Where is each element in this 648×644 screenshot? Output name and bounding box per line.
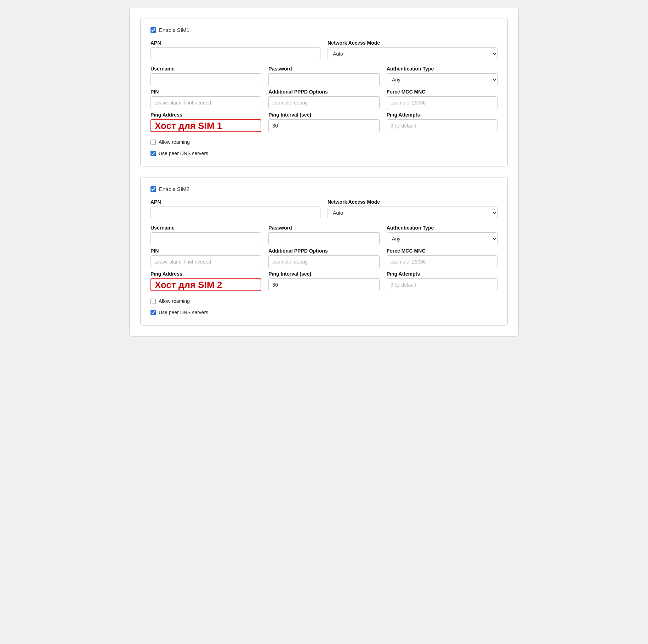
sim2-pppd-group: Additional PPPD Options (268, 248, 379, 268)
sim2-allow-roaming-row: Allow roaming (150, 298, 498, 304)
sim2-use-peer-dns-label: Use peer DNS servers (159, 310, 208, 315)
sim1-username-group: Username (150, 66, 261, 86)
sim2-ping-address-input[interactable] (150, 278, 261, 291)
sim2-ping-address-label: Ping Address (150, 271, 261, 277)
sim1-network-mode-select[interactable]: Auto Manual (328, 47, 498, 60)
sim2-apn-group: APN (150, 199, 320, 219)
sim2-row1: APN Network Access Mode Auto Manual (150, 199, 498, 219)
sim1-ping-attempts-label: Ping Attempts (387, 112, 498, 118)
sim2-network-mode-group: Network Access Mode Auto Manual (328, 199, 498, 219)
sim2-ping-attempts-group: Ping Attempts (387, 271, 498, 291)
sim2-allow-roaming-checkbox[interactable] (150, 299, 156, 304)
sim2-network-mode-select[interactable]: Auto Manual (328, 207, 498, 219)
sim1-password-label: Password (268, 66, 379, 72)
sim1-row4: Ping Address Ping Interval (sec) Ping At… (150, 112, 498, 132)
sim2-pin-input[interactable] (150, 255, 261, 268)
sim2-password-input[interactable] (268, 232, 379, 245)
sim1-section: Enable SIM1 APN Network Access Mode Auto… (140, 18, 508, 166)
sim2-password-group: Password (268, 225, 379, 245)
sim2-row4: Ping Address Ping Interval (sec) Ping At… (150, 271, 498, 291)
sim2-auth-type-label: Authentication Type (387, 225, 498, 231)
sim2-ping-attempts-label: Ping Attempts (387, 271, 498, 277)
sim1-auth-type-label: Authentication Type (387, 66, 498, 72)
sim2-pin-group: PIN (150, 248, 261, 268)
sim2-force-mcc-input[interactable] (387, 255, 498, 268)
sim1-use-peer-dns-row: Use peer DNS servers (150, 151, 498, 156)
sim2-password-label: Password (268, 225, 379, 231)
sim2-ping-interval-group: Ping Interval (sec) (268, 271, 379, 291)
sim1-ping-interval-group: Ping Interval (sec) (268, 112, 379, 132)
sim1-ping-attempts-group: Ping Attempts (387, 112, 498, 132)
sim1-checkboxes: Allow roaming Use peer DNS servers (150, 137, 498, 156)
sim2-checkboxes: Allow roaming Use peer DNS servers (150, 296, 498, 315)
sim1-row1: APN Network Access Mode Auto Manual (150, 40, 498, 60)
sim2-ping-attempts-input[interactable] (387, 278, 498, 291)
sim2-pppd-input[interactable] (268, 255, 379, 268)
sim2-username-label: Username (150, 225, 261, 231)
sim2-network-mode-label: Network Access Mode (328, 199, 498, 205)
sim1-use-peer-dns-label: Use peer DNS servers (159, 151, 208, 156)
sim2-section: Enable SIM2 APN Network Access Mode Auto… (140, 177, 508, 326)
sim2-enable-label: Enable SIM2 (159, 186, 189, 192)
sim2-enable-checkbox[interactable] (150, 186, 156, 192)
sim1-network-mode-group: Network Access Mode Auto Manual (328, 40, 498, 60)
sim2-username-group: Username (150, 225, 261, 245)
sim2-ping-address-group: Ping Address (150, 271, 261, 291)
sim2-ping-interval-input[interactable] (268, 278, 379, 291)
sim2-force-mcc-group: Force MCC MNC (387, 248, 498, 268)
sim2-auth-type-select[interactable]: Any PAP CHAP MSCHAPV2 (387, 232, 498, 245)
sim1-row2: Username Password Authentication Type An… (150, 66, 498, 86)
sim1-enable-row: Enable SIM1 (150, 27, 498, 33)
sim2-row3: PIN Additional PPPD Options Force MCC MN… (150, 248, 498, 268)
sim2-pppd-label: Additional PPPD Options (268, 248, 379, 254)
sim1-password-input[interactable] (268, 73, 379, 86)
sim1-ping-address-group: Ping Address (150, 112, 261, 132)
sim1-enable-checkbox[interactable] (150, 27, 156, 33)
sim1-pin-group: PIN (150, 89, 261, 109)
sim2-use-peer-dns-checkbox[interactable] (150, 310, 156, 315)
sim1-force-mcc-group: Force MCC MNC (387, 89, 498, 109)
page-wrapper: Enable SIM1 APN Network Access Mode Auto… (129, 7, 519, 337)
sim1-auth-type-group: Authentication Type Any PAP CHAP MSCHAPV… (387, 66, 498, 86)
sim2-force-mcc-label: Force MCC MNC (387, 248, 498, 254)
sim1-allow-roaming-row: Allow roaming (150, 139, 498, 145)
sim1-ping-interval-input[interactable] (268, 119, 379, 132)
sim1-ping-interval-label: Ping Interval (sec) (268, 112, 379, 118)
sim2-username-input[interactable] (150, 232, 261, 245)
sim1-allow-roaming-checkbox[interactable] (150, 140, 156, 145)
sim2-apn-input[interactable] (150, 207, 320, 219)
sim2-row2: Username Password Authentication Type An… (150, 225, 498, 245)
sim1-apn-group: APN (150, 40, 320, 60)
sim1-allow-roaming-label: Allow roaming (159, 139, 190, 145)
sim1-pppd-input[interactable] (268, 96, 379, 109)
sim1-network-mode-label: Network Access Mode (328, 40, 498, 46)
sim1-ping-attempts-input[interactable] (387, 119, 498, 132)
sim1-use-peer-dns-checkbox[interactable] (150, 151, 156, 156)
sim2-use-peer-dns-row: Use peer DNS servers (150, 310, 498, 315)
sim1-username-input[interactable] (150, 73, 261, 86)
sim1-force-mcc-input[interactable] (387, 96, 498, 109)
sim1-pppd-label: Additional PPPD Options (268, 89, 379, 95)
sim1-password-group: Password (268, 66, 379, 86)
sim1-pppd-group: Additional PPPD Options (268, 89, 379, 109)
sim2-enable-row: Enable SIM2 (150, 186, 498, 192)
sim1-apn-label: APN (150, 40, 320, 46)
sim2-allow-roaming-label: Allow roaming (159, 298, 190, 304)
sim1-username-label: Username (150, 66, 261, 72)
sim1-ping-address-input[interactable] (150, 119, 261, 132)
sim1-enable-label: Enable SIM1 (159, 27, 189, 33)
sim1-auth-type-select[interactable]: Any PAP CHAP MSCHAPV2 (387, 73, 498, 86)
sim2-ping-interval-label: Ping Interval (sec) (268, 271, 379, 277)
sim2-pin-label: PIN (150, 248, 261, 254)
sim1-apn-input[interactable] (150, 47, 320, 60)
sim1-ping-address-label: Ping Address (150, 112, 261, 118)
sim1-row3: PIN Additional PPPD Options Force MCC MN… (150, 89, 498, 109)
sim1-pin-input[interactable] (150, 96, 261, 109)
sim2-apn-label: APN (150, 199, 320, 205)
sim1-pin-label: PIN (150, 89, 261, 95)
sim2-auth-type-group: Authentication Type Any PAP CHAP MSCHAPV… (387, 225, 498, 245)
sim1-force-mcc-label: Force MCC MNC (387, 89, 498, 95)
